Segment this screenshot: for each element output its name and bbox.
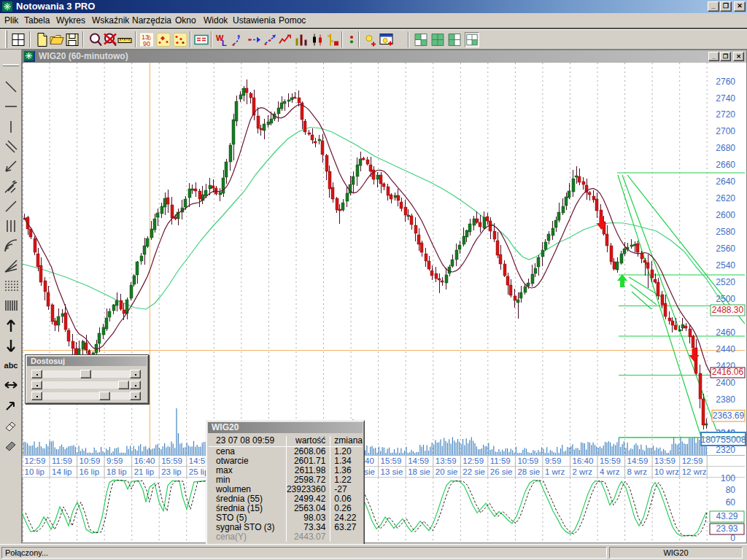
svg-text:15:59: 15:59 [161,456,182,465]
svg-text:26 sie: 26 sie [490,467,513,476]
svg-text:14:59: 14:59 [408,456,429,465]
svg-text:60: 60 [726,497,736,508]
svg-text:2 wrz: 2 wrz [573,467,593,476]
svg-text:2760: 2760 [716,77,735,87]
svg-text:23 lip: 23 lip [161,467,182,476]
svg-text:2620: 2620 [716,193,735,203]
svg-text:2700: 2700 [716,126,735,136]
svg-text:2500: 2500 [716,294,735,304]
svg-text:14 lip: 14 lip [52,467,72,476]
svg-text:18 sie: 18 sie [408,467,430,476]
svg-text:16:40: 16:40 [573,456,594,465]
svg-text:2740: 2740 [716,93,735,104]
svg-text:12:59: 12:59 [462,456,484,465]
svg-text:100: 100 [721,473,735,483]
svg-text:28 sie: 28 sie [517,467,540,476]
svg-text:2520: 2520 [716,277,735,287]
svg-text:4 wrz: 4 wrz [600,467,620,476]
svg-text:12:59: 12:59 [682,456,703,465]
svg-text:18 lip: 18 lip [107,467,127,476]
svg-text:20 sie: 20 sie [436,467,458,476]
svg-text:2363.69: 2363.69 [713,411,745,421]
svg-text:1 wrz: 1 wrz [545,467,565,476]
svg-text:2488.30: 2488.30 [712,305,744,315]
svg-text:80: 80 [726,485,736,495]
svg-text:10:59: 10:59 [80,456,101,465]
svg-text:8 wrz: 8 wrz [627,467,648,476]
svg-text:180755008: 180755008 [700,435,746,445]
svg-text:2460: 2460 [716,327,735,338]
svg-text:2416.06: 2416.06 [712,367,744,377]
svg-text:11:59: 11:59 [490,456,511,465]
svg-text:23.93: 23.93 [716,524,738,534]
svg-text:9:59: 9:59 [545,456,561,465]
svg-text:2400: 2400 [716,378,735,388]
svg-text:12:59: 12:59 [25,456,46,465]
svg-text:15:59: 15:59 [381,456,402,465]
svg-text:2720: 2720 [716,109,735,120]
svg-text:2600: 2600 [716,210,735,220]
svg-text:10 lip: 10 lip [25,467,45,476]
svg-text:2580: 2580 [716,227,735,237]
svg-text:15:59: 15:59 [600,456,621,465]
svg-text:2440: 2440 [716,344,735,354]
svg-text:2660: 2660 [716,160,735,170]
svg-text:13 sie: 13 sie [381,467,403,476]
svg-text:2680: 2680 [716,143,735,153]
svg-text:11:59: 11:59 [52,456,72,465]
svg-text:10:59: 10:59 [517,456,538,465]
svg-text:13:59: 13:59 [654,456,676,465]
svg-text:2380: 2380 [716,394,735,405]
svg-text:21 lip: 21 lip [134,467,155,476]
svg-text:43.29: 43.29 [716,511,738,521]
svg-text:2540: 2540 [716,260,735,271]
svg-text:16:40: 16:40 [134,456,155,465]
svg-text:12 wrz: 12 wrz [682,467,707,476]
svg-text:16 lip: 16 lip [80,467,100,476]
svg-text:2640: 2640 [716,176,735,187]
svg-text:13:59: 13:59 [436,456,457,465]
svg-text:2560: 2560 [716,244,735,254]
svg-text:9:59: 9:59 [107,456,123,465]
svg-text:14:59: 14:59 [627,456,649,465]
svg-text:10 wrz: 10 wrz [654,467,679,476]
svg-text:22 sie: 22 sie [462,467,485,476]
